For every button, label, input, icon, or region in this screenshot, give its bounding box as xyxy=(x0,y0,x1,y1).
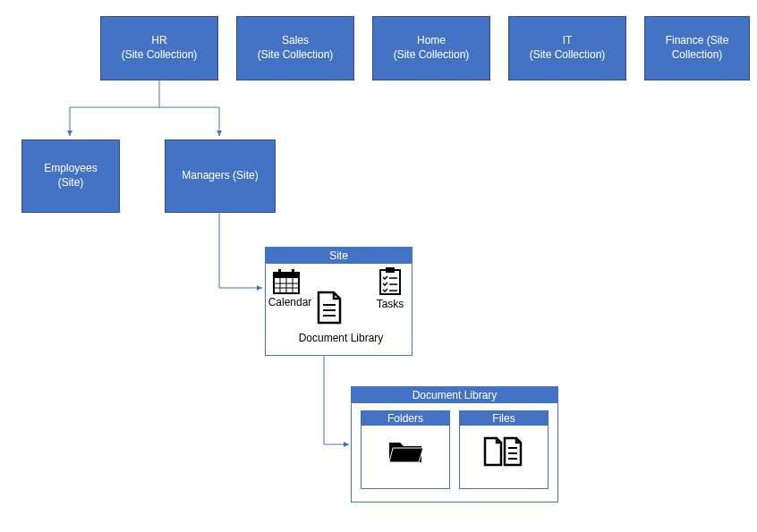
svg-rect-2 xyxy=(278,269,281,274)
site-collection-home: Home(Site Collection) xyxy=(372,16,490,80)
site-collection-finance-label: Finance (SiteCollection) xyxy=(666,34,729,62)
doclib-label: Document Library xyxy=(287,332,395,344)
files-panel: Files xyxy=(459,410,549,489)
svg-rect-1 xyxy=(274,273,299,278)
site-collection-hr-label: HR(Site Collection) xyxy=(122,34,198,62)
site-panel-title: Site xyxy=(266,248,412,264)
svg-rect-3 xyxy=(292,269,294,274)
calendar-label: Calendar xyxy=(268,296,312,308)
files-title: Files xyxy=(460,411,548,426)
subsite-employees-label: Employees(Site) xyxy=(44,162,97,190)
site-collection-it: IT(Site Collection) xyxy=(508,16,626,80)
subsite-employees: Employees(Site) xyxy=(21,139,120,213)
svg-rect-10 xyxy=(386,267,395,273)
folder-icon xyxy=(387,437,423,469)
site-collection-sales-label: Sales(Site Collection) xyxy=(258,34,334,62)
site-collection-hr: HR(Site Collection) xyxy=(100,16,218,80)
tasks-label: Tasks xyxy=(371,298,409,310)
subsite-managers: Managers (Site) xyxy=(165,139,276,213)
document-icon xyxy=(316,291,343,327)
site-collection-sales: Sales(Site Collection) xyxy=(236,16,354,80)
site-collection-it-label: IT(Site Collection) xyxy=(530,34,606,62)
site-panel: Site Calendar xyxy=(265,247,413,356)
tasks-icon xyxy=(378,267,402,299)
file-icon xyxy=(481,435,526,470)
doclib-panel: Document Library Folders Files xyxy=(351,386,558,502)
subsite-managers-label: Managers (Site) xyxy=(182,169,258,183)
site-collection-home-label: Home(Site Collection) xyxy=(394,34,470,62)
folders-panel: Folders xyxy=(361,410,450,489)
folders-title: Folders xyxy=(361,411,449,426)
calendar-icon xyxy=(273,269,300,297)
site-collection-finance: Finance (SiteCollection) xyxy=(644,16,750,80)
doclib-panel-title: Document Library xyxy=(352,387,557,403)
